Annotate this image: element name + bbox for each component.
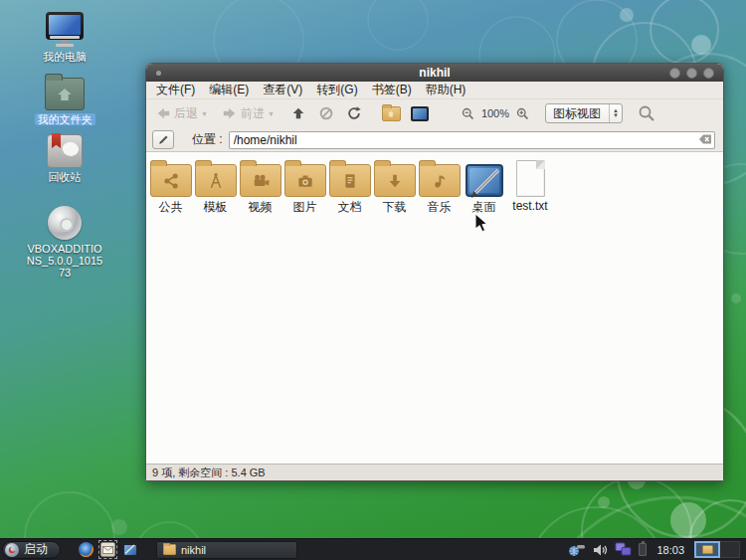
home-button[interactable]: [379, 104, 404, 123]
menu-bookmarks[interactable]: 书签(B): [369, 81, 415, 99]
location-input[interactable]: [229, 131, 715, 149]
file-item-test-txt[interactable]: test.txt: [506, 157, 554, 216]
system-tray: 18:03: [568, 541, 746, 558]
file-item-public[interactable]: 公共: [148, 157, 193, 216]
back-button[interactable]: 后退 ▼: [152, 103, 211, 124]
home-folder-icon: [45, 78, 85, 110]
file-item-documents[interactable]: 文档: [327, 157, 372, 216]
desktop-pager: [694, 541, 740, 558]
combo-spinner-icon: ▲▼: [609, 104, 622, 122]
minimize-button[interactable]: [669, 68, 680, 79]
search-button[interactable]: [635, 102, 658, 124]
file-label: 公共: [159, 199, 183, 216]
location-label: 位置 :: [192, 131, 223, 148]
back-arrow-icon: [155, 105, 171, 121]
file-label: test.txt: [512, 199, 547, 213]
status-bar: 9 项, 剩余空间 : 5.4 GB: [146, 464, 723, 480]
file-item-desktop[interactable]: 桌面: [462, 157, 506, 216]
file-item-videos[interactable]: 视频: [238, 157, 282, 216]
menu-view[interactable]: 查看(V): [260, 81, 305, 99]
folder-icon: [374, 164, 416, 197]
forward-label: 前进: [241, 105, 265, 122]
file-label: 音乐: [428, 199, 452, 216]
file-item-downloads[interactable]: 下载: [372, 157, 417, 216]
file-label: 下载: [383, 199, 407, 216]
forward-button[interactable]: 前进 ▼: [219, 103, 278, 124]
reload-icon: [346, 105, 362, 121]
back-label: 后退: [174, 105, 198, 122]
search-icon: [638, 104, 655, 122]
toolbar: 后退 ▼ 前进 ▼: [146, 99, 723, 127]
battery-icon[interactable]: [639, 543, 647, 556]
location-bar: 位置 :: [146, 127, 723, 152]
clear-location-icon[interactable]: [698, 133, 712, 145]
edit-path-button[interactable]: [152, 130, 174, 149]
file-item-templates[interactable]: 模板: [193, 157, 238, 216]
menu-go[interactable]: 转到(G): [313, 81, 360, 99]
desktop: 我的电脑 我的文件夹 回收站 VBOXADDITIONS_5.0.0_10157…: [0, 0, 746, 560]
quick-launch: [78, 541, 138, 558]
photo-camera-emblem-icon: [295, 171, 315, 191]
menu-edit[interactable]: 编辑(E): [206, 81, 252, 99]
file-view[interactable]: 公共 模板: [146, 152, 723, 464]
menu-file[interactable]: 文件(F): [153, 81, 198, 99]
file-label: 模板: [204, 199, 228, 216]
location-input-wrap: [229, 130, 715, 149]
back-dropdown-icon[interactable]: ▼: [201, 110, 208, 117]
menu-help[interactable]: 帮助(H): [423, 81, 469, 99]
document-emblem-icon: [340, 171, 360, 191]
zoom-level: 100%: [478, 107, 512, 119]
home-folder-icon: [382, 106, 401, 121]
folder-icon: [329, 164, 371, 197]
start-button[interactable]: 启动: [2, 541, 61, 559]
pager-desktop-1[interactable]: [694, 541, 720, 558]
task-folder-icon: [163, 544, 176, 555]
file-row: 公共 模板: [148, 157, 723, 216]
maximize-button[interactable]: [686, 68, 697, 79]
task-label: nikhil: [181, 544, 206, 556]
desktop-icon-label: 我的文件夹: [35, 113, 95, 125]
download-arrow-emblem-icon: [385, 171, 405, 191]
desktop-settings-launcher[interactable]: [121, 541, 138, 558]
file-item-music[interactable]: 音乐: [417, 157, 462, 216]
file-manager-window: nikhil 文件(F) 编辑(E) 查看(V) 转到(G) 书签(B) 帮助(…: [145, 63, 724, 481]
taskbar-window-button[interactable]: nikhil: [156, 541, 297, 559]
forward-dropdown-icon[interactable]: ▼: [268, 110, 275, 117]
file-item-pictures[interactable]: 图片: [282, 157, 327, 216]
up-arrow-icon: [290, 105, 306, 121]
stop-icon: [318, 105, 334, 121]
zoom-out-button[interactable]: [458, 104, 478, 123]
folder-icon: [419, 164, 461, 197]
network-computers-icon[interactable]: [615, 542, 632, 557]
view-mode-select[interactable]: 图标视图 ▲▼: [545, 103, 623, 123]
firefox-launcher[interactable]: [78, 541, 94, 558]
up-button[interactable]: [287, 103, 309, 123]
desktop-icon-my-folder[interactable]: 我的文件夹: [22, 73, 107, 125]
file-label: 文档: [338, 199, 362, 216]
reload-button[interactable]: [343, 103, 365, 123]
view-mode-value: 图标视图: [546, 105, 609, 122]
pager-desktop-2[interactable]: [720, 541, 740, 558]
firefox-icon: [79, 542, 93, 557]
my-computer-icon: [46, 12, 84, 48]
mouse-cursor: [474, 213, 488, 233]
desktop-icon-my-computer[interactable]: 我的电脑: [22, 12, 107, 63]
volume-icon[interactable]: [593, 543, 608, 557]
window-titlebar[interactable]: nikhil: [146, 64, 723, 82]
zoom-out-icon: [461, 106, 475, 121]
file-label: 图片: [293, 199, 317, 216]
desktop-button[interactable]: [408, 104, 432, 123]
recycle-bin-icon: [47, 134, 83, 168]
pager-window-thumb: [702, 545, 713, 554]
file-manager-icon: [100, 542, 115, 557]
start-logo-icon: [5, 543, 19, 557]
desktop-icon-vbox-cd[interactable]: VBOXADDITIONS_5.0.0_101573: [22, 202, 107, 279]
close-button[interactable]: [703, 68, 714, 79]
network-status-icon[interactable]: [568, 543, 586, 557]
zoom-in-button[interactable]: [512, 104, 533, 123]
stop-button[interactable]: [315, 103, 337, 123]
desktop-icon-recycle-bin[interactable]: 回收站: [22, 132, 107, 183]
clock[interactable]: 18:03: [653, 544, 687, 556]
file-manager-launcher[interactable]: [99, 541, 116, 558]
start-label: 启动: [24, 541, 48, 558]
